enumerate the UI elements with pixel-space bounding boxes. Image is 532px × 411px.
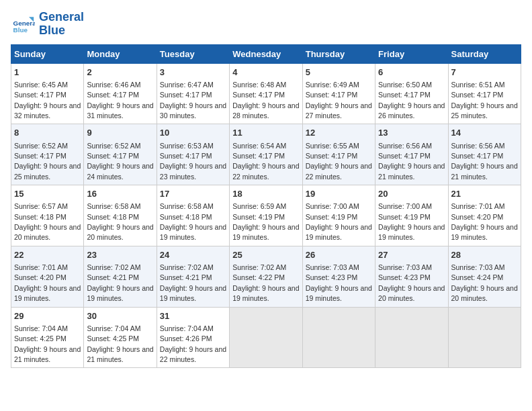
day-info: Sunrise: 7:03 AMSunset: 4:24 PMDaylight:… [451, 263, 518, 302]
logo-general: General [39, 10, 84, 24]
day-number: 26 [306, 249, 372, 261]
day-info: Sunrise: 6:59 AMSunset: 4:19 PMDaylight:… [232, 202, 299, 241]
calendar-cell: 25 Sunrise: 7:02 AMSunset: 4:22 PMDaylig… [230, 246, 302, 307]
day-info: Sunrise: 7:03 AMSunset: 4:23 PMDaylight:… [378, 263, 445, 302]
calendar-cell: 21 Sunrise: 7:01 AMSunset: 4:20 PMDaylig… [448, 185, 521, 246]
logo-text: General Blue [39, 11, 84, 38]
day-info: Sunrise: 6:53 AMSunset: 4:17 PMDaylight:… [160, 142, 226, 181]
day-info: Sunrise: 7:01 AMSunset: 4:20 PMDaylight:… [14, 263, 81, 302]
calendar-cell [448, 307, 521, 368]
day-number: 17 [160, 188, 226, 200]
day-number: 14 [451, 127, 518, 139]
day-info: Sunrise: 6:57 AMSunset: 4:18 PMDaylight:… [14, 202, 81, 241]
day-number: 28 [451, 249, 518, 261]
logo-blue: Blue [39, 24, 65, 37]
calendar-cell: 23 Sunrise: 7:02 AMSunset: 4:21 PMDaylig… [84, 246, 157, 307]
day-number: 19 [306, 188, 372, 200]
calendar-header-row: SundayMondayTuesdayWednesdayThursdayFrid… [11, 44, 521, 63]
day-info: Sunrise: 7:00 AMSunset: 4:19 PMDaylight:… [378, 202, 445, 241]
logo: General Blue General Blue [11, 11, 84, 38]
day-number: 23 [87, 249, 153, 261]
calendar-cell: 12 Sunrise: 6:55 AMSunset: 4:17 PMDaylig… [302, 124, 375, 185]
day-info: Sunrise: 6:52 AMSunset: 4:17 PMDaylight:… [14, 142, 81, 181]
day-number: 13 [378, 127, 445, 139]
day-number: 31 [160, 310, 226, 322]
day-number: 22 [14, 249, 81, 261]
day-info: Sunrise: 6:58 AMSunset: 4:18 PMDaylight:… [87, 202, 153, 241]
day-info: Sunrise: 7:04 AMSunset: 4:25 PMDaylight:… [87, 324, 153, 363]
calendar-cell: 5 Sunrise: 6:49 AMSunset: 4:17 PMDayligh… [302, 63, 375, 124]
header-wednesday: Wednesday [230, 44, 302, 63]
calendar-cell [230, 307, 302, 368]
day-info: Sunrise: 6:56 AMSunset: 4:17 PMDaylight:… [378, 142, 445, 181]
day-info: Sunrise: 6:48 AMSunset: 4:17 PMDaylight:… [232, 81, 299, 120]
day-info: Sunrise: 7:04 AMSunset: 4:26 PMDaylight:… [160, 324, 226, 363]
day-number: 20 [378, 188, 445, 200]
day-number: 25 [232, 249, 299, 261]
calendar-cell: 14 Sunrise: 6:56 AMSunset: 4:17 PMDaylig… [448, 124, 521, 185]
day-info: Sunrise: 6:47 AMSunset: 4:17 PMDaylight:… [160, 81, 226, 120]
calendar-cell: 6 Sunrise: 6:50 AMSunset: 4:17 PMDayligh… [375, 63, 448, 124]
calendar-cell: 15 Sunrise: 6:57 AMSunset: 4:18 PMDaylig… [11, 185, 84, 246]
calendar-cell: 4 Sunrise: 6:48 AMSunset: 4:17 PMDayligh… [230, 63, 302, 124]
calendar-cell: 19 Sunrise: 7:00 AMSunset: 4:19 PMDaylig… [302, 185, 375, 246]
header-thursday: Thursday [302, 44, 375, 63]
calendar-cell: 17 Sunrise: 6:58 AMSunset: 4:18 PMDaylig… [157, 185, 229, 246]
page-header: General Blue General Blue [11, 11, 521, 38]
calendar-cell: 30 Sunrise: 7:04 AMSunset: 4:25 PMDaylig… [84, 307, 157, 368]
calendar-cell: 7 Sunrise: 6:51 AMSunset: 4:17 PMDayligh… [448, 63, 521, 124]
day-number: 16 [87, 188, 153, 200]
day-info: Sunrise: 6:56 AMSunset: 4:17 PMDaylight:… [451, 142, 518, 181]
calendar-table: SundayMondayTuesdayWednesdayThursdayFrid… [11, 44, 521, 369]
calendar-cell: 28 Sunrise: 7:03 AMSunset: 4:24 PMDaylig… [448, 246, 521, 307]
day-number: 2 [87, 66, 153, 79]
week-row-4: 22 Sunrise: 7:01 AMSunset: 4:20 PMDaylig… [11, 246, 521, 307]
week-row-2: 8 Sunrise: 6:52 AMSunset: 4:17 PMDayligh… [11, 124, 521, 185]
day-number: 5 [306, 66, 372, 79]
svg-text:Blue: Blue [13, 26, 28, 33]
day-number: 27 [378, 249, 445, 261]
day-info: Sunrise: 6:51 AMSunset: 4:17 PMDaylight:… [451, 81, 518, 120]
header-sunday: Sunday [11, 44, 84, 63]
day-number: 1 [14, 66, 81, 79]
header-friday: Friday [375, 44, 448, 63]
calendar-cell: 2 Sunrise: 6:46 AMSunset: 4:17 PMDayligh… [84, 63, 157, 124]
calendar-cell: 1 Sunrise: 6:45 AMSunset: 4:17 PMDayligh… [11, 63, 84, 124]
day-info: Sunrise: 6:49 AMSunset: 4:17 PMDaylight:… [306, 81, 372, 120]
day-number: 21 [451, 188, 518, 200]
day-number: 29 [14, 310, 81, 322]
day-number: 10 [160, 127, 226, 139]
day-number: 12 [306, 127, 372, 139]
calendar-cell [302, 307, 375, 368]
day-info: Sunrise: 7:02 AMSunset: 4:21 PMDaylight:… [160, 263, 226, 302]
day-number: 15 [14, 188, 81, 200]
calendar-cell: 3 Sunrise: 6:47 AMSunset: 4:17 PMDayligh… [157, 63, 229, 124]
day-number: 8 [14, 127, 81, 139]
day-number: 24 [160, 249, 226, 261]
calendar-body: 1 Sunrise: 6:45 AMSunset: 4:17 PMDayligh… [11, 63, 521, 368]
day-info: Sunrise: 6:46 AMSunset: 4:17 PMDaylight:… [87, 81, 153, 120]
calendar-cell: 31 Sunrise: 7:04 AMSunset: 4:26 PMDaylig… [157, 307, 229, 368]
day-number: 7 [451, 66, 518, 79]
day-info: Sunrise: 6:52 AMSunset: 4:17 PMDaylight:… [87, 142, 153, 181]
calendar-cell: 8 Sunrise: 6:52 AMSunset: 4:17 PMDayligh… [11, 124, 84, 185]
day-info: Sunrise: 7:04 AMSunset: 4:25 PMDaylight:… [14, 324, 81, 363]
calendar-cell: 18 Sunrise: 6:59 AMSunset: 4:19 PMDaylig… [230, 185, 302, 246]
logo-icon: General Blue [11, 12, 35, 36]
day-info: Sunrise: 7:03 AMSunset: 4:23 PMDaylight:… [306, 263, 372, 302]
day-info: Sunrise: 6:50 AMSunset: 4:17 PMDaylight:… [378, 81, 445, 120]
calendar-cell: 16 Sunrise: 6:58 AMSunset: 4:18 PMDaylig… [84, 185, 157, 246]
day-number: 30 [87, 310, 153, 322]
calendar-cell [375, 307, 448, 368]
day-info: Sunrise: 7:00 AMSunset: 4:19 PMDaylight:… [306, 202, 372, 241]
week-row-1: 1 Sunrise: 6:45 AMSunset: 4:17 PMDayligh… [11, 63, 521, 124]
calendar-cell: 22 Sunrise: 7:01 AMSunset: 4:20 PMDaylig… [11, 246, 84, 307]
day-info: Sunrise: 7:02 AMSunset: 4:21 PMDaylight:… [87, 263, 153, 302]
header-saturday: Saturday [448, 44, 521, 63]
day-info: Sunrise: 6:54 AMSunset: 4:17 PMDaylight:… [232, 142, 299, 181]
day-info: Sunrise: 7:01 AMSunset: 4:20 PMDaylight:… [451, 202, 518, 241]
calendar-cell: 11 Sunrise: 6:54 AMSunset: 4:17 PMDaylig… [230, 124, 302, 185]
day-info: Sunrise: 7:02 AMSunset: 4:22 PMDaylight:… [232, 263, 299, 302]
day-number: 9 [87, 127, 153, 139]
calendar-cell: 26 Sunrise: 7:03 AMSunset: 4:23 PMDaylig… [302, 246, 375, 307]
